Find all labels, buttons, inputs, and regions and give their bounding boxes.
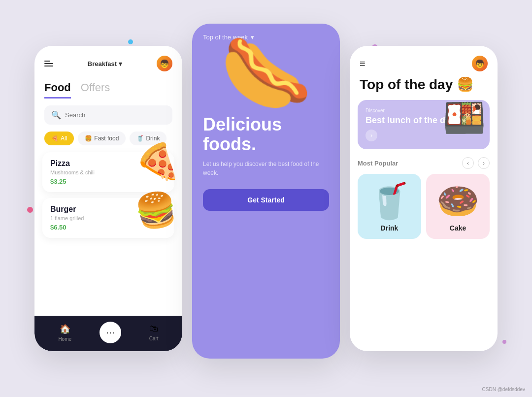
food-name-pizza: Pizza <box>50 159 95 168</box>
phone-3: ≡ 👦 Top of the day 🍔 Discover Best lunch… <box>350 46 498 351</box>
food-price-pizza: $3.25 <box>50 178 95 185</box>
drink-label: Drink <box>381 224 399 232</box>
avatar-phone3[interactable]: 👦 <box>472 56 488 71</box>
nav-home-label: Home <box>58 336 71 342</box>
food-info-burger: Burger 1 flame grilled $6.50 <box>50 205 84 231</box>
drink-emoji: 🥤 <box>368 181 411 221</box>
popular-nav: ‹ › <box>462 157 490 169</box>
location-text: Breakfast <box>88 60 117 67</box>
tab-food[interactable]: Food <box>44 81 71 99</box>
discover-arrow[interactable]: › <box>366 130 377 141</box>
watermark: CSDN @defdsddev <box>482 387 525 392</box>
filter-fastfood[interactable]: 🍔 Fast food <box>78 132 126 145</box>
discover-card[interactable]: Discover Best lunch of the day › 🍱 <box>358 100 490 150</box>
avatar[interactable]: 👦 <box>157 56 172 71</box>
popular-card-cake[interactable]: 🍩 Cake <box>426 174 490 239</box>
food-card-pizza[interactable]: Pizza Mushrooms & chili $3.25 🍕 <box>42 152 174 192</box>
popular-next-btn[interactable]: › <box>478 157 490 169</box>
popular-cards: 🥤 Drink 🍩 Cake <box>358 174 490 239</box>
bottom-nav: 🏠 Home ⋯ 🛍 Cart <box>34 316 182 351</box>
food-card-burger[interactable]: Burger 1 flame grilled $6.50 🍔 <box>42 198 174 238</box>
phone3-header: ≡ 👦 <box>350 46 498 71</box>
food-name-burger: Burger <box>50 205 84 214</box>
nav-center[interactable]: ⋯ <box>100 322 121 343</box>
discover-label: Discover <box>366 108 455 113</box>
home-icon: 🏠 <box>60 324 70 334</box>
tab-offers[interactable]: Offers <box>81 81 110 99</box>
get-started-button[interactable]: Get Started <box>203 189 329 211</box>
popular-title: Most Popular <box>358 160 398 167</box>
phone3-big-title: Top of the day 🍔 <box>360 76 488 93</box>
hero-food-emoji: 🌭 <box>192 36 340 110</box>
phone3-title-section: Top of the day 🍔 <box>350 71 498 100</box>
nav-home[interactable]: 🏠 Home <box>58 324 71 342</box>
popular-prev-btn[interactable]: ‹ <box>462 157 474 169</box>
phone2-subtitle: Let us help you discover the best food o… <box>203 160 329 177</box>
discover-emoji: 🍱 <box>443 100 486 138</box>
food-price-burger: $6.50 <box>50 224 84 231</box>
dropdown-icon: ▾ <box>119 60 122 67</box>
phones-container: Breakfast ▾ 👦 Food Offers 🔍 🍕 All 🍔 Fast… <box>34 38 498 359</box>
food-subtitle-pizza: Mushrooms & chili <box>50 169 95 175</box>
food-info-pizza: Pizza Mushrooms & chili $3.25 <box>50 159 95 185</box>
phone1-tabs: Food Offers <box>34 76 182 99</box>
decorative-dot-5 <box>502 340 506 344</box>
food-subtitle-burger: 1 flame grilled <box>50 215 84 221</box>
food-emoji-pizza: 🍕 <box>132 139 182 188</box>
popular-header: Most Popular ‹ › <box>358 157 490 169</box>
discover-title: Best lunch of the day <box>366 115 455 126</box>
search-bar[interactable]: 🔍 <box>44 105 172 125</box>
phone1-header: Breakfast ▾ 👦 <box>34 46 182 76</box>
cake-emoji: 🍩 <box>436 181 479 221</box>
location-badge[interactable]: Breakfast ▾ <box>88 60 122 67</box>
search-icon: 🔍 <box>51 110 61 120</box>
phone-1: Breakfast ▾ 👦 Food Offers 🔍 🍕 All 🍔 Fast… <box>34 46 182 351</box>
food-emoji-burger: 🍔 <box>132 187 180 233</box>
phone2-title: Delicious foods. <box>203 115 329 154</box>
nav-center-icon[interactable]: ⋯ <box>100 322 121 343</box>
popular-card-drink[interactable]: 🥤 Drink <box>358 174 421 239</box>
cart-icon: 🛍 <box>149 324 158 334</box>
phone2-content: Delicious foods. Let us help you discove… <box>192 115 340 211</box>
most-popular-section: Most Popular ‹ › 🥤 Drink 🍩 Cake <box>350 157 498 239</box>
discover-text: Discover Best lunch of the day › <box>366 108 455 142</box>
cake-label: Cake <box>450 224 466 232</box>
decorative-dot-2 <box>27 207 33 213</box>
nav-cart-label: Cart <box>149 336 159 341</box>
phone-2: Top of the week ▾ 🌭 Delicious foods. Let… <box>192 24 340 359</box>
search-input[interactable] <box>65 111 166 119</box>
menu-hamburger-icon[interactable]: ≡ <box>360 58 366 69</box>
filter-all[interactable]: 🍕 All <box>44 132 74 145</box>
nav-cart[interactable]: 🛍 Cart <box>149 324 159 341</box>
menu-icon[interactable] <box>44 61 53 66</box>
